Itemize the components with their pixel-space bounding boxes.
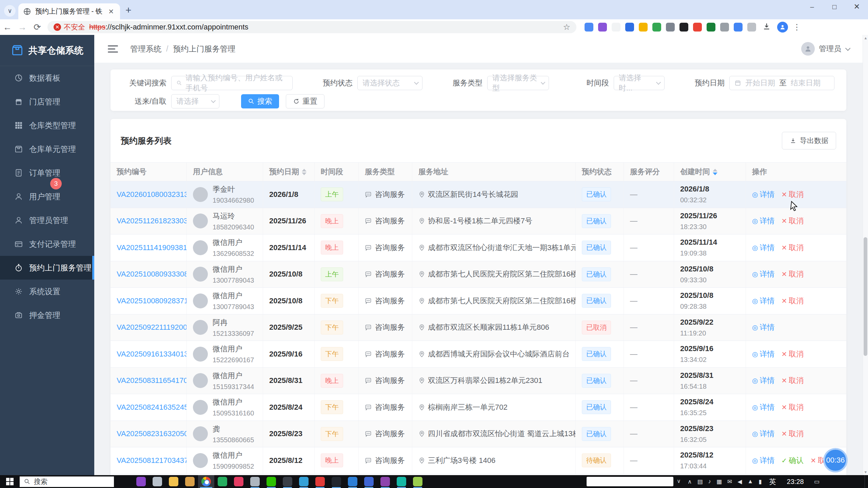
volume-icon[interactable]: ◀ — [737, 478, 742, 485]
detail-action[interactable]: ◎详情 — [752, 269, 774, 279]
extension-icon[interactable] — [734, 23, 743, 32]
extension-icon[interactable] — [666, 23, 675, 32]
detail-action[interactable]: ◎详情 — [752, 349, 774, 359]
cancel-action[interactable]: ✕取消 — [781, 349, 804, 359]
extension-icon[interactable] — [598, 23, 607, 32]
extension-icon[interactable] — [639, 23, 648, 32]
cancel-action[interactable]: ✕取消 — [781, 269, 804, 279]
scrollbar-thumb[interactable] — [864, 237, 867, 356]
sidebar-item-8[interactable]: 预约上门服务管理 — [0, 256, 94, 280]
notification-center-icon[interactable]: ▭ — [814, 478, 820, 485]
music-icon[interactable]: ♪ — [708, 478, 711, 485]
cancel-action[interactable]: ✕取消 — [781, 189, 804, 200]
sidebar-item-2[interactable]: 仓库类型管理 — [0, 114, 94, 137]
sidebar-item-3[interactable]: 仓库单元管理 — [0, 137, 94, 161]
qq-browser-taskbar-icon[interactable] — [393, 475, 410, 488]
appointment-id-link[interactable]: VA20250823163205035 — [117, 429, 186, 438]
network-icon[interactable]: ▲ — [747, 478, 753, 485]
sidebar-item-6[interactable]: 管理员管理 — [0, 208, 94, 232]
extension-icon[interactable] — [585, 23, 593, 32]
back-button[interactable]: ← — [0, 20, 15, 34]
battery-icon[interactable]: ▮ — [758, 478, 762, 485]
search-button[interactable]: 搜索 — [241, 94, 279, 108]
not-secure-badge[interactable]: ✕ 不安全 — [54, 22, 85, 32]
detail-action[interactable]: ◎详情 — [752, 243, 774, 253]
keyword-input[interactable]: 请输入预约编号、用户姓名或手机号 — [171, 76, 293, 90]
bitwarden-taskbar-icon[interactable] — [377, 475, 393, 488]
forward-button[interactable]: → — [15, 20, 30, 34]
detail-action[interactable]: ◎详情 — [752, 455, 774, 466]
appointment-id-link[interactable]: VA20251114190938126 — [117, 243, 186, 252]
wechat-taskbar-icon[interactable] — [263, 475, 279, 488]
maximize-button[interactable]: □ — [823, 0, 846, 14]
browser-360-taskbar-icon[interactable] — [296, 475, 312, 488]
sort-carets-icon[interactable] — [302, 169, 307, 175]
collapse-menu-icon[interactable] — [108, 45, 118, 53]
scroll-up-icon[interactable]: ▲ — [863, 36, 868, 40]
detail-action[interactable]: ◎详情 — [752, 216, 774, 226]
appointment-id-link[interactable]: VA20250916133401319 — [117, 350, 186, 359]
cancel-action[interactable]: ✕取消 — [781, 375, 804, 386]
appointment-id-link[interactable]: VA20251008092837159 — [117, 297, 186, 305]
browser-menu-icon[interactable]: ⋮ — [793, 22, 801, 32]
cancel-action[interactable]: ✕取消 — [781, 429, 804, 439]
file-explorer-taskbar-icon[interactable] — [165, 475, 182, 488]
wps-taskbar-icon[interactable] — [312, 475, 328, 488]
extension-icon[interactable] — [720, 23, 729, 32]
cancel-action[interactable]: ✕取消 — [781, 243, 804, 253]
terminal-taskbar-icon[interactable] — [328, 475, 344, 488]
reset-button[interactable]: 重置 — [286, 94, 324, 108]
appointment-id-link[interactable]: VA2026010800323132 — [117, 190, 186, 199]
extension-icon[interactable] — [625, 23, 634, 32]
chrome-taskbar-icon[interactable] — [198, 475, 214, 488]
appointment-id-link[interactable]: VA20250922111920068 — [117, 323, 186, 332]
detail-action[interactable]: ◎详情 — [752, 375, 774, 386]
media-player-taskbar-icon[interactable] — [133, 475, 149, 488]
chevron-up-icon[interactable]: ∧ — [688, 478, 692, 485]
close-window-button[interactable]: ✕ — [846, 0, 868, 14]
notepad-taskbar-icon[interactable] — [410, 475, 426, 488]
u-shield-taskbar-icon[interactable] — [361, 475, 377, 488]
browser-profile-avatar[interactable] — [777, 22, 788, 33]
cancel-action[interactable]: ✕取消 — [781, 402, 804, 412]
extension-icon[interactable] — [693, 23, 702, 32]
vmix-taskbar-icon[interactable] — [279, 475, 296, 488]
sidebar-item-4[interactable]: 订单管理 3 — [0, 161, 94, 185]
bookmark-star-icon[interactable]: ☆ — [563, 22, 570, 32]
taskbar-search[interactable]: 搜索 — [20, 476, 114, 487]
sidebar-item-7[interactable]: 支付记录管理 — [0, 232, 94, 256]
taskbar-widget[interactable] — [587, 477, 673, 486]
tim-taskbar-icon[interactable] — [149, 475, 165, 488]
breadcrumb-root[interactable]: 管理系统 — [130, 44, 161, 54]
delivery-select[interactable]: 请选择 — [171, 94, 219, 108]
huorong-security-taskbar-icon[interactable] — [214, 475, 231, 488]
detail-action[interactable]: ◎详情 — [752, 189, 774, 200]
detail-action[interactable]: ◎详情 — [752, 322, 774, 332]
sidebar-item-9[interactable]: 系统设置 — [0, 280, 94, 303]
extension-icon[interactable] — [747, 23, 756, 32]
extension-icon[interactable] — [679, 23, 688, 32]
user-menu[interactable]: 管理员 — [801, 42, 849, 56]
netease-music-taskbar-icon[interactable] — [231, 475, 247, 488]
sidebar-item-10[interactable]: 押金管理 — [0, 303, 94, 327]
appointment-id-link[interactable]: VA2025112618233038 — [117, 217, 186, 225]
sidebar-item-1[interactable]: 门店管理 — [0, 90, 94, 114]
cancel-action[interactable]: ✕取消 — [781, 216, 804, 226]
display-icon[interactable]: ▦ — [716, 478, 722, 485]
reload-button[interactable]: ⟳ — [30, 20, 45, 34]
minimize-button[interactable]: – — [801, 0, 823, 14]
sidebar-item-0[interactable]: 数据看板 — [0, 66, 94, 90]
detail-action[interactable]: ◎详情 — [752, 402, 774, 412]
export-data-button[interactable]: 导出数据 — [782, 132, 836, 149]
security-icon[interactable]: ▤ — [697, 478, 703, 485]
service-type-select[interactable]: 请选择服务类型 — [487, 76, 549, 90]
taskbar-clock[interactable]: 23:28 — [787, 478, 804, 486]
input-language-indicator[interactable]: 英 — [769, 477, 776, 486]
status-select[interactable]: 请选择状态 — [357, 76, 422, 90]
appointment-id-link[interactable]: VA20250812170343792 — [117, 456, 186, 465]
recording-timer-bubble[interactable]: 00:36 — [823, 448, 848, 472]
appointment-id-link[interactable]: VA20250824163524570 — [117, 403, 186, 412]
cancel-action[interactable]: ✕取消 — [781, 296, 804, 306]
detail-action[interactable]: ◎详情 — [752, 296, 774, 306]
new-tab-button[interactable]: + — [125, 4, 132, 16]
